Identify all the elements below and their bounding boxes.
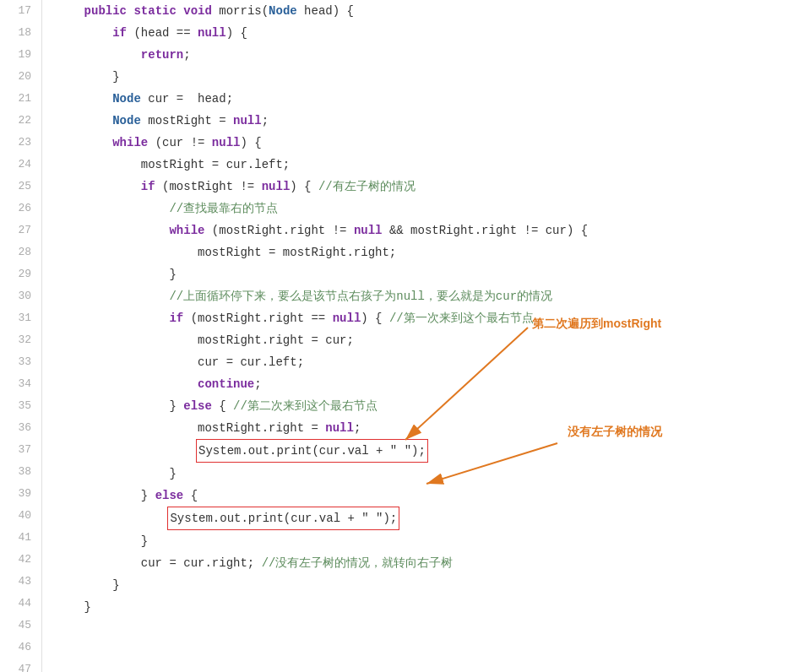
token: else	[183, 399, 212, 413]
line-number-46: 46	[7, 637, 31, 658]
token	[56, 4, 84, 18]
line-numbers: 1718192021222324252627282930313233343536…	[0, 0, 42, 672]
token: cur = cur.left;	[56, 355, 304, 369]
code-line-29: mostRight = mostRight.right;	[56, 241, 804, 263]
token: public	[84, 4, 127, 18]
token: null	[325, 421, 354, 435]
line-number-32: 32	[7, 329, 31, 351]
token	[56, 224, 169, 237]
line-number-39: 39	[7, 483, 31, 505]
token: (mostRight.right ==	[183, 312, 332, 325]
token: if	[112, 26, 127, 40]
line-number-19: 19	[7, 44, 31, 66]
code-line-40: }	[56, 463, 804, 485]
token: null	[354, 224, 383, 237]
code-line-42: System.out.print(cur.val + " ");	[56, 507, 804, 530]
token: }	[56, 268, 177, 281]
token	[56, 312, 169, 325]
token: void	[183, 4, 212, 18]
line-number-20: 20	[7, 66, 31, 88]
code-line-36: continue;	[56, 373, 804, 395]
code-line-28: while (mostRight.right != null && mostRi…	[56, 219, 804, 241]
token: cur = cur.right;	[56, 556, 262, 570]
line-number-27: 27	[7, 219, 31, 241]
token: while	[112, 136, 148, 149]
token: }	[56, 534, 148, 548]
annotation-no-left: 没有左子树的情况	[568, 420, 662, 442]
token: morris(	[212, 4, 269, 18]
token	[56, 48, 141, 62]
token	[56, 26, 112, 40]
line-number-28: 28	[7, 241, 31, 263]
code-line-46: }	[56, 596, 804, 618]
line-number-44: 44	[7, 593, 31, 615]
code-editor: 1718192021222324252627282930313233343536…	[0, 0, 804, 672]
token: }	[56, 70, 120, 84]
highlight-print-39: System.out.print(cur.val + " ");	[196, 439, 428, 463]
token: else	[155, 489, 184, 502]
token: while	[169, 224, 204, 237]
token	[56, 512, 169, 525]
token	[56, 180, 141, 193]
token: //查找最靠右的节点	[169, 202, 278, 215]
line-number-38: 38	[7, 461, 31, 483]
token: ) {	[240, 136, 261, 149]
line-number-31: 31	[7, 307, 31, 329]
token: mostRight.right = cur;	[56, 333, 354, 347]
token: //有左子树的情况	[318, 180, 416, 193]
line-number-21: 21	[7, 88, 31, 110]
line-number-22: 22	[7, 110, 31, 132]
token: (head ==	[127, 26, 198, 40]
token: {	[212, 399, 233, 413]
code-line-22: Node cur = head;	[56, 88, 804, 110]
code-line-23: Node mostRight = null;	[56, 110, 804, 132]
code-line-33: if (mostRight.right == null) { //第一次来到这个…	[56, 307, 804, 329]
token: ) {	[226, 26, 247, 40]
line-number-43: 43	[7, 571, 31, 593]
code-line-43: }	[56, 530, 804, 552]
line-number-36: 36	[7, 417, 31, 439]
token: null	[262, 180, 291, 193]
token	[56, 290, 169, 303]
line-number-33: 33	[7, 351, 31, 373]
token: mostRight = cur.left;	[56, 158, 290, 171]
token: continue	[198, 377, 254, 391]
line-number-29: 29	[7, 263, 31, 285]
line-number-17: 17	[7, 0, 31, 22]
code-line-39: System.out.print(cur.val + " ");	[56, 439, 804, 463]
token: }	[56, 600, 91, 614]
token: static	[133, 4, 176, 18]
line-number-37: 37	[7, 439, 31, 461]
highlight-print-42: System.out.print(cur.val + " ");	[167, 507, 399, 530]
line-number-25: 25	[7, 176, 31, 198]
token: {	[183, 489, 198, 502]
token: }	[56, 467, 177, 480]
annotation-mostright: 第二次遍历到mostRight	[532, 312, 661, 334]
line-number-45: 45	[7, 615, 31, 637]
token: mostRight =	[141, 114, 233, 127]
token: null	[233, 114, 262, 127]
token	[56, 444, 198, 458]
token: (cur !=	[148, 136, 212, 149]
token: Node	[269, 4, 297, 18]
code-line-17: public static void morris(Node head) {	[56, 0, 804, 22]
code-line-25: mostRight = cur.left;	[56, 154, 804, 176]
token: Node	[112, 92, 141, 106]
code-line-34: mostRight.right = cur;	[56, 329, 804, 351]
code-line-24: while (cur != null) {	[56, 132, 804, 154]
token: return	[141, 48, 183, 62]
line-number-41: 41	[7, 527, 31, 549]
token: (mostRight.right !=	[204, 224, 353, 237]
token	[56, 136, 112, 149]
line-number-24: 24	[7, 154, 31, 176]
code-line-30: }	[56, 263, 804, 285]
token: ;	[262, 114, 269, 127]
line-number-42: 42	[7, 549, 31, 571]
token: mostRight = mostRight.right;	[56, 246, 396, 259]
code-line-20: }	[56, 66, 804, 88]
line-number-35: 35	[7, 395, 31, 417]
code-line-27: //查找最靠右的节点	[56, 198, 804, 219]
code-line-41: } else {	[56, 485, 804, 507]
code-line-19: return;	[56, 44, 804, 66]
code-line-18: if (head == null) {	[56, 22, 804, 44]
